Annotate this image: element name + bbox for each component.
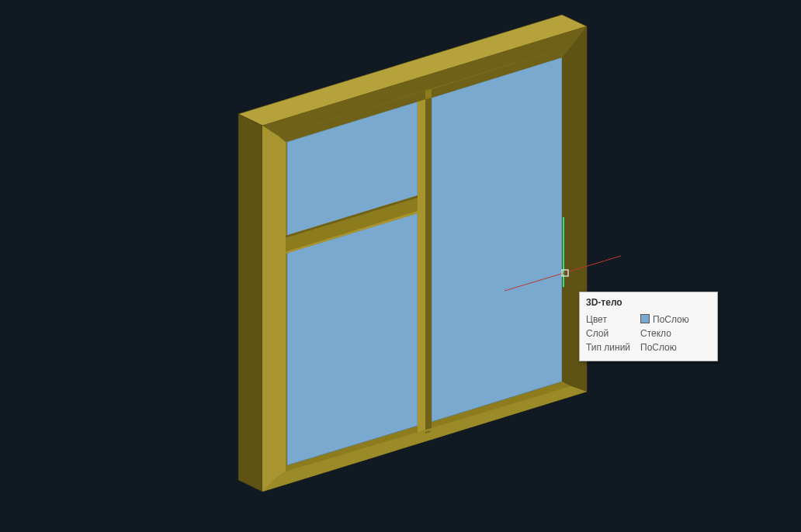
properties-tooltip: 3D-тело Цвет ПоСлою Слой Стекло Тип лини…	[579, 292, 718, 361]
tooltip-row-linetype: Тип линий ПоСлою	[586, 340, 711, 354]
tooltip-value: ПоСлою	[640, 313, 711, 326]
tooltip-title: 3D-тело	[586, 297, 711, 308]
svg-marker-1	[238, 114, 262, 492]
svg-marker-15	[278, 136, 286, 476]
svg-marker-5	[262, 126, 278, 492]
window-3d-model[interactable]	[0, 0, 801, 532]
tooltip-label: Тип линий	[586, 340, 640, 354]
svg-marker-12	[418, 99, 425, 436]
cad-viewport[interactable]	[0, 0, 801, 532]
tooltip-label: Цвет	[586, 313, 640, 326]
svg-marker-17	[562, 46, 571, 386]
svg-marker-16	[425, 89, 432, 99]
tooltip-label: Слой	[586, 326, 640, 340]
tooltip-value: ПоСлою	[640, 340, 711, 354]
svg-marker-13	[425, 98, 432, 434]
glass-pane-bottom-left[interactable]	[287, 211, 418, 465]
color-swatch	[640, 314, 650, 323]
tooltip-value: Стекло	[640, 326, 711, 340]
tooltip-row-color: Цвет ПоСлою	[586, 313, 711, 326]
tooltip-table: Цвет ПоСлою Слой Стекло Тип линий ПоСлою	[586, 313, 711, 354]
glass-pane-right[interactable]	[432, 57, 562, 422]
tooltip-row-layer: Слой Стекло	[586, 326, 711, 340]
